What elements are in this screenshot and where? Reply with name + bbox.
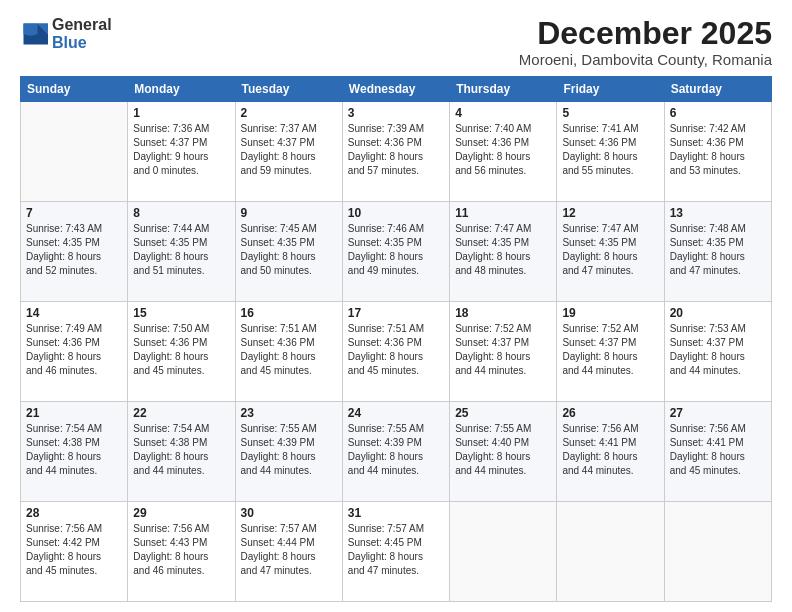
calendar-cell: 8Sunrise: 7:44 AMSunset: 4:35 PMDaylight… (128, 202, 235, 302)
day-number: 20 (670, 306, 766, 320)
day-number: 26 (562, 406, 658, 420)
day-info: Sunrise: 7:56 AMSunset: 4:43 PMDaylight:… (133, 522, 229, 578)
day-number: 30 (241, 506, 337, 520)
week-row-4: 21Sunrise: 7:54 AMSunset: 4:38 PMDayligh… (21, 402, 772, 502)
calendar-cell: 6Sunrise: 7:42 AMSunset: 4:36 PMDaylight… (664, 102, 771, 202)
day-number: 13 (670, 206, 766, 220)
day-info: Sunrise: 7:51 AMSunset: 4:36 PMDaylight:… (241, 322, 337, 378)
calendar-cell: 19Sunrise: 7:52 AMSunset: 4:37 PMDayligh… (557, 302, 664, 402)
day-number: 3 (348, 106, 444, 120)
day-info: Sunrise: 7:54 AMSunset: 4:38 PMDaylight:… (26, 422, 122, 478)
day-number: 14 (26, 306, 122, 320)
calendar-cell (664, 502, 771, 602)
calendar-cell: 29Sunrise: 7:56 AMSunset: 4:43 PMDayligh… (128, 502, 235, 602)
day-info: Sunrise: 7:36 AMSunset: 4:37 PMDaylight:… (133, 122, 229, 178)
day-info: Sunrise: 7:55 AMSunset: 4:39 PMDaylight:… (348, 422, 444, 478)
day-info: Sunrise: 7:37 AMSunset: 4:37 PMDaylight:… (241, 122, 337, 178)
weekday-header-saturday: Saturday (664, 77, 771, 102)
day-info: Sunrise: 7:47 AMSunset: 4:35 PMDaylight:… (562, 222, 658, 278)
calendar-cell: 25Sunrise: 7:55 AMSunset: 4:40 PMDayligh… (450, 402, 557, 502)
day-number: 19 (562, 306, 658, 320)
day-info: Sunrise: 7:48 AMSunset: 4:35 PMDaylight:… (670, 222, 766, 278)
weekday-header-wednesday: Wednesday (342, 77, 449, 102)
day-number: 4 (455, 106, 551, 120)
day-info: Sunrise: 7:53 AMSunset: 4:37 PMDaylight:… (670, 322, 766, 378)
weekday-header-sunday: Sunday (21, 77, 128, 102)
calendar-cell: 14Sunrise: 7:49 AMSunset: 4:36 PMDayligh… (21, 302, 128, 402)
day-info: Sunrise: 7:47 AMSunset: 4:35 PMDaylight:… (455, 222, 551, 278)
day-info: Sunrise: 7:51 AMSunset: 4:36 PMDaylight:… (348, 322, 444, 378)
calendar-cell (450, 502, 557, 602)
calendar-cell (21, 102, 128, 202)
day-number: 12 (562, 206, 658, 220)
day-info: Sunrise: 7:57 AMSunset: 4:45 PMDaylight:… (348, 522, 444, 578)
calendar-cell (557, 502, 664, 602)
calendar-cell: 18Sunrise: 7:52 AMSunset: 4:37 PMDayligh… (450, 302, 557, 402)
day-number: 29 (133, 506, 229, 520)
day-number: 10 (348, 206, 444, 220)
calendar-cell: 20Sunrise: 7:53 AMSunset: 4:37 PMDayligh… (664, 302, 771, 402)
calendar-cell: 23Sunrise: 7:55 AMSunset: 4:39 PMDayligh… (235, 402, 342, 502)
calendar-cell: 2Sunrise: 7:37 AMSunset: 4:37 PMDaylight… (235, 102, 342, 202)
logo-general: General (52, 16, 112, 34)
calendar-cell: 28Sunrise: 7:56 AMSunset: 4:42 PMDayligh… (21, 502, 128, 602)
day-number: 8 (133, 206, 229, 220)
day-info: Sunrise: 7:41 AMSunset: 4:36 PMDaylight:… (562, 122, 658, 178)
calendar-cell: 3Sunrise: 7:39 AMSunset: 4:36 PMDaylight… (342, 102, 449, 202)
day-number: 22 (133, 406, 229, 420)
calendar-cell: 30Sunrise: 7:57 AMSunset: 4:44 PMDayligh… (235, 502, 342, 602)
week-row-5: 28Sunrise: 7:56 AMSunset: 4:42 PMDayligh… (21, 502, 772, 602)
weekday-header-tuesday: Tuesday (235, 77, 342, 102)
day-info: Sunrise: 7:46 AMSunset: 4:35 PMDaylight:… (348, 222, 444, 278)
logo: General Blue (20, 16, 112, 51)
calendar-cell: 7Sunrise: 7:43 AMSunset: 4:35 PMDaylight… (21, 202, 128, 302)
day-number: 2 (241, 106, 337, 120)
day-info: Sunrise: 7:57 AMSunset: 4:44 PMDaylight:… (241, 522, 337, 578)
calendar-cell: 15Sunrise: 7:50 AMSunset: 4:36 PMDayligh… (128, 302, 235, 402)
day-info: Sunrise: 7:50 AMSunset: 4:36 PMDaylight:… (133, 322, 229, 378)
day-info: Sunrise: 7:39 AMSunset: 4:36 PMDaylight:… (348, 122, 444, 178)
calendar-cell: 11Sunrise: 7:47 AMSunset: 4:35 PMDayligh… (450, 202, 557, 302)
logo-icon (20, 20, 48, 48)
calendar-cell: 21Sunrise: 7:54 AMSunset: 4:38 PMDayligh… (21, 402, 128, 502)
week-row-1: 1Sunrise: 7:36 AMSunset: 4:37 PMDaylight… (21, 102, 772, 202)
calendar-cell: 10Sunrise: 7:46 AMSunset: 4:35 PMDayligh… (342, 202, 449, 302)
day-number: 9 (241, 206, 337, 220)
calendar-cell: 9Sunrise: 7:45 AMSunset: 4:35 PMDaylight… (235, 202, 342, 302)
day-info: Sunrise: 7:54 AMSunset: 4:38 PMDaylight:… (133, 422, 229, 478)
header: General Blue December 2025 Moroeni, Damb… (20, 16, 772, 68)
day-number: 7 (26, 206, 122, 220)
day-info: Sunrise: 7:40 AMSunset: 4:36 PMDaylight:… (455, 122, 551, 178)
day-info: Sunrise: 7:44 AMSunset: 4:35 PMDaylight:… (133, 222, 229, 278)
day-info: Sunrise: 7:52 AMSunset: 4:37 PMDaylight:… (455, 322, 551, 378)
day-info: Sunrise: 7:56 AMSunset: 4:41 PMDaylight:… (670, 422, 766, 478)
day-number: 25 (455, 406, 551, 420)
weekday-header-friday: Friday (557, 77, 664, 102)
calendar-cell: 1Sunrise: 7:36 AMSunset: 4:37 PMDaylight… (128, 102, 235, 202)
month-title: December 2025 (519, 16, 772, 51)
logo-text: General Blue (52, 16, 112, 51)
calendar-cell: 16Sunrise: 7:51 AMSunset: 4:36 PMDayligh… (235, 302, 342, 402)
day-info: Sunrise: 7:49 AMSunset: 4:36 PMDaylight:… (26, 322, 122, 378)
title-section: December 2025 Moroeni, Dambovita County,… (519, 16, 772, 68)
day-number: 24 (348, 406, 444, 420)
day-number: 23 (241, 406, 337, 420)
location-title: Moroeni, Dambovita County, Romania (519, 51, 772, 68)
day-info: Sunrise: 7:55 AMSunset: 4:39 PMDaylight:… (241, 422, 337, 478)
calendar-cell: 22Sunrise: 7:54 AMSunset: 4:38 PMDayligh… (128, 402, 235, 502)
calendar-cell: 26Sunrise: 7:56 AMSunset: 4:41 PMDayligh… (557, 402, 664, 502)
day-info: Sunrise: 7:52 AMSunset: 4:37 PMDaylight:… (562, 322, 658, 378)
calendar-table: SundayMondayTuesdayWednesdayThursdayFrid… (20, 76, 772, 602)
day-info: Sunrise: 7:56 AMSunset: 4:41 PMDaylight:… (562, 422, 658, 478)
day-number: 15 (133, 306, 229, 320)
day-info: Sunrise: 7:43 AMSunset: 4:35 PMDaylight:… (26, 222, 122, 278)
day-number: 31 (348, 506, 444, 520)
day-number: 28 (26, 506, 122, 520)
calendar-cell: 12Sunrise: 7:47 AMSunset: 4:35 PMDayligh… (557, 202, 664, 302)
day-number: 18 (455, 306, 551, 320)
day-number: 5 (562, 106, 658, 120)
weekday-header-row: SundayMondayTuesdayWednesdayThursdayFrid… (21, 77, 772, 102)
calendar-cell: 17Sunrise: 7:51 AMSunset: 4:36 PMDayligh… (342, 302, 449, 402)
week-row-3: 14Sunrise: 7:49 AMSunset: 4:36 PMDayligh… (21, 302, 772, 402)
day-number: 11 (455, 206, 551, 220)
